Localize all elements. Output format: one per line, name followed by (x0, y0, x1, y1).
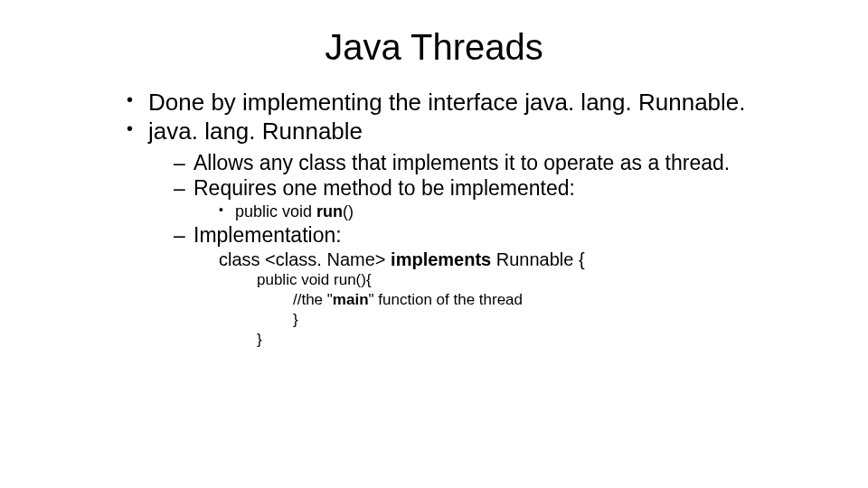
code-text: () (343, 202, 354, 221)
code-text: //the " (293, 291, 333, 308)
code-bold: run (316, 202, 343, 221)
bullet-item: public void run() (219, 202, 814, 222)
code-text: Runnable { (496, 249, 585, 269)
slide: Java Threads Done by implementing the in… (0, 0, 868, 488)
code-line: } (257, 330, 814, 350)
slide-title: Java Threads (54, 27, 814, 68)
bullet-item: Requires one method to be implemented: p… (174, 176, 814, 221)
code-line: public void run(){ (257, 270, 814, 290)
bullet-item: Allows any class that implements it to o… (174, 151, 814, 174)
code-line: } (293, 310, 814, 330)
bullet-list-level1: Done by implementing the interface java.… (127, 89, 814, 350)
bullet-list-level3: public void run() (219, 202, 814, 222)
code-line: //the "main" function of the thread (293, 290, 814, 310)
code-text: class <class. Name> (219, 249, 391, 269)
code-body: public void run(){ //the "main" function… (257, 270, 814, 350)
bullet-text: Requires one method to be implemented: (193, 176, 575, 200)
code-text: public void (235, 202, 316, 221)
code-bold: implements (391, 249, 496, 269)
bullet-text: java. lang. Runnable (148, 117, 363, 145)
code-signature: class <class. Name> implements Runnable … (219, 249, 814, 270)
bullet-item: Implementation: class <class. Name> impl… (174, 223, 814, 350)
bullet-item: Done by implementing the interface java.… (127, 89, 814, 117)
bullet-list-level2: Allows any class that implements it to o… (174, 151, 814, 350)
code-text: " function of the thread (369, 291, 523, 308)
bullet-text: Implementation: (193, 223, 342, 247)
bullet-item: java. lang. Runnable Allows any class th… (127, 118, 814, 350)
code-bold: main (333, 291, 369, 308)
